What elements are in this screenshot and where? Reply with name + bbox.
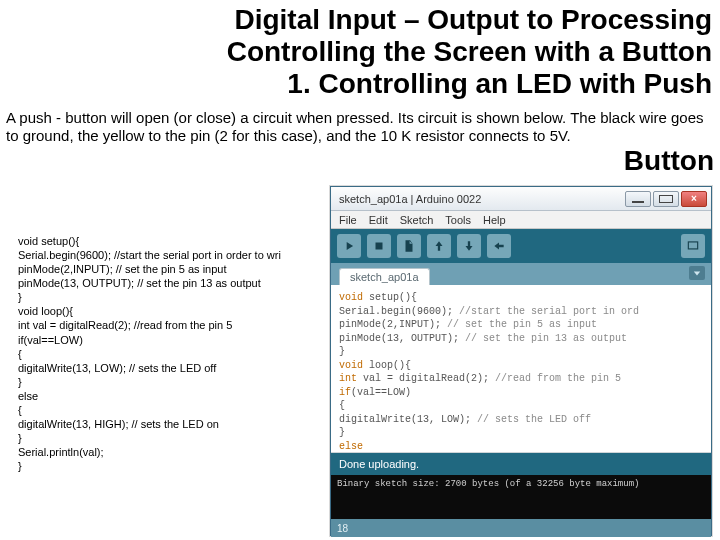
tab-menu-icon[interactable] [689,266,705,280]
sketch-tab[interactable]: sketch_ap01a [339,268,430,285]
menu-edit[interactable]: Edit [369,214,388,226]
code-listing: void setup(){ Serial.begin(9600); //star… [18,234,338,473]
window-title: sketch_ap01a | Arduino 0022 [335,193,623,205]
window-titlebar[interactable]: sketch_ap01a | Arduino 0022 × [331,187,711,211]
maximize-button[interactable] [653,191,679,207]
slide-page: Digital Input – Output to Processing Con… [0,0,720,540]
title-line-2: Controlling the Screen with a Button [24,36,712,68]
menu-sketch[interactable]: Sketch [400,214,434,226]
upload-icon[interactable] [487,234,511,258]
serial-monitor-icon[interactable] [681,234,705,258]
close-button[interactable]: × [681,191,707,207]
floating-word-button: Button [624,145,714,177]
console-output: Binary sketch size: 2700 bytes (of a 322… [331,475,711,519]
title-block: Digital Input – Output to Processing Con… [0,0,720,101]
menu-file[interactable]: File [339,214,357,226]
svg-rect-0 [376,243,383,250]
menu-bar: File Edit Sketch Tools Help [331,211,711,229]
arduino-ide-window: sketch_ap01a | Arduino 0022 × File Edit … [330,186,712,536]
new-icon[interactable] [397,234,421,258]
tab-row: sketch_ap01a [331,263,711,285]
open-icon[interactable] [427,234,451,258]
title-line-1: Digital Input – Output to Processing [24,4,712,36]
save-icon[interactable] [457,234,481,258]
svg-rect-1 [688,242,697,249]
toolbar [331,229,711,263]
title-line-3: 1. Controlling an LED with Push [24,68,712,100]
menu-help[interactable]: Help [483,214,506,226]
code-editor[interactable]: void setup(){ Serial.begin(9600); //star… [331,285,711,453]
minimize-button[interactable] [625,191,651,207]
menu-tools[interactable]: Tools [445,214,471,226]
verify-icon[interactable] [337,234,361,258]
status-bar: Done uploading. [331,453,711,475]
stop-icon[interactable] [367,234,391,258]
intro-paragraph: A push - button will open (or close) a c… [0,101,720,147]
footer-bar: 18 [331,519,711,537]
